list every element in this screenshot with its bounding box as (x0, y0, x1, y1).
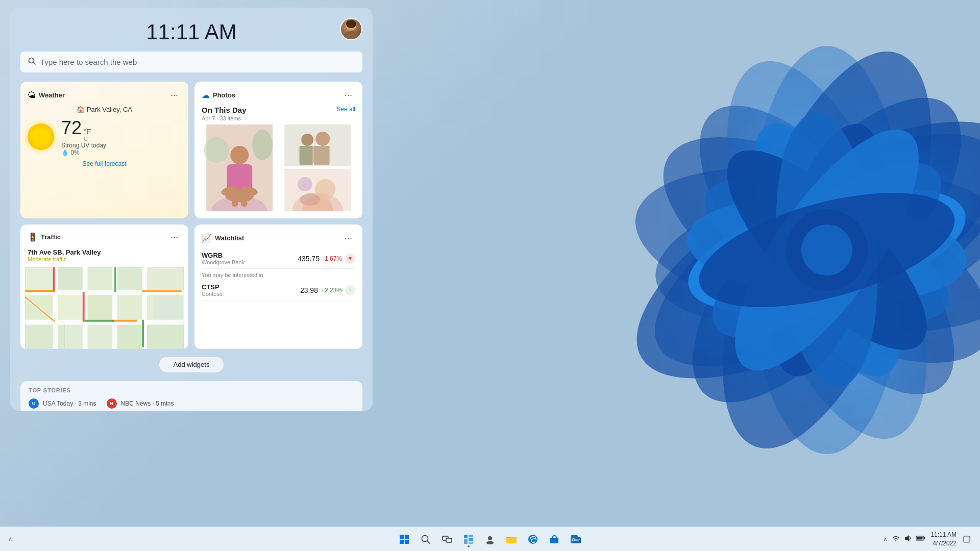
photo-3[interactable] (280, 169, 356, 211)
svg-point-50 (300, 193, 320, 206)
watchlist-interested-label: You may be interested in (202, 269, 355, 280)
taskbar-time: 11:11 AM (930, 531, 957, 539)
watchlist-more-button[interactable]: ··· (341, 232, 355, 244)
svg-rect-63 (65, 322, 114, 349)
taskbar-chevron-left[interactable]: ∧ (8, 536, 12, 542)
top-stories-title: TOP STORIES (29, 387, 354, 393)
notification-button[interactable] (962, 534, 972, 544)
svg-rect-64 (114, 322, 184, 349)
usatoday-icon: U (29, 398, 39, 409)
svg-point-42 (301, 134, 313, 146)
svg-rect-78 (142, 320, 144, 347)
start-button[interactable] (395, 530, 413, 548)
stock-price-col-ctsp: 23.98 +2.23% + (300, 285, 355, 295)
photos-more-button[interactable]: ··· (341, 89, 355, 102)
svg-rect-82 (405, 535, 409, 539)
svg-rect-56 (114, 267, 144, 292)
svg-rect-97 (506, 538, 517, 543)
svg-rect-90 (469, 535, 473, 537)
svg-point-36 (225, 190, 254, 202)
weather-forecast-link[interactable]: See full forecast (28, 160, 181, 167)
chat-button[interactable] (481, 530, 499, 548)
svg-rect-77 (114, 267, 116, 292)
weather-more-button[interactable]: ··· (167, 89, 181, 102)
svg-rect-111 (964, 536, 970, 542)
svg-point-25 (346, 20, 356, 28)
stock-company-wgrb: Woodgrove Bank (202, 259, 244, 265)
stock-ticker-ctsp: CTSP (202, 283, 223, 291)
traffic-street: 7th Ave SB, Park Valley (28, 248, 181, 256)
volume-icon[interactable] (904, 535, 912, 543)
desktop: 11:11 AM Type here to search the web (0, 0, 980, 551)
taskbar-search-button[interactable] (416, 530, 435, 548)
watchlist-widget[interactable]: 📈 Watchlist ··· WGRB Woodgrove Bank 435.… (194, 224, 362, 349)
stock-change-wgrb: -1.67% (323, 255, 342, 262)
stock-badge-wgrb: ▼ (345, 254, 355, 264)
photos-section-title: On This Day (202, 106, 247, 114)
search-bar[interactable]: Type here to search the web (20, 52, 362, 72)
svg-rect-59 (55, 292, 85, 321)
svg-rect-76 (85, 320, 114, 322)
photos-header: ☁ Photos ··· (202, 89, 355, 102)
weather-title: Weather (39, 91, 65, 99)
traffic-widget[interactable]: 🚦 Traffic ··· 7th Ave SB, Park Valley Mo… (20, 224, 188, 349)
svg-rect-74 (112, 320, 137, 322)
edge-button[interactable] (524, 530, 542, 548)
avatar[interactable] (340, 18, 362, 40)
photos-see-all-link[interactable]: See all (336, 106, 355, 113)
weather-f-unit: °F (84, 127, 91, 136)
svg-rect-105 (575, 539, 580, 540)
svg-rect-71 (53, 267, 55, 292)
photos-widget[interactable]: ☁ Photos ··· On This Day Apr 7 · 33 item… (194, 82, 362, 218)
svg-point-0 (600, 72, 980, 428)
traffic-title-wrap: 🚦 Traffic ··· (20, 224, 188, 245)
add-widgets-button[interactable]: Add widgets (159, 356, 225, 373)
svg-rect-92 (464, 539, 468, 544)
usatoday-label: USA Today · 3 mins (43, 400, 96, 407)
top-stories-section: TOP STORIES U USA Today · 3 mins N NBC N… (20, 381, 362, 411)
search-placeholder-text: Type here to search the web (40, 58, 137, 66)
avatar-image (341, 19, 361, 39)
widgets-grid: 🌤 Weather ··· 🏠 Park Valley, CA 72 (20, 82, 362, 349)
taskbar-clock[interactable]: 11:11 AM 4/7/2022 (930, 531, 957, 548)
outlook-button[interactable]: O (567, 530, 585, 548)
svg-rect-91 (469, 538, 473, 541)
traffic-more-button[interactable]: ··· (167, 231, 181, 243)
svg-text:O: O (572, 537, 575, 542)
taskbar-widgets-button[interactable] (459, 530, 478, 548)
weather-location: 🏠 Park Valley, CA (28, 106, 181, 113)
svg-point-9 (622, 89, 980, 411)
svg-point-40 (315, 132, 330, 146)
system-tray-icons: ∧ (883, 535, 925, 543)
news-item-nbc[interactable]: N NBC News · 5 mins (107, 398, 174, 409)
battery-icon[interactable] (916, 535, 925, 543)
weather-precip: 💧 0% (61, 149, 106, 156)
photo-2[interactable] (280, 124, 356, 167)
add-widgets-section: Add widgets (20, 356, 362, 373)
store-button[interactable] (545, 530, 564, 548)
chevron-up-icon[interactable]: ∧ (883, 536, 888, 543)
news-item-usatoday[interactable]: U USA Today · 3 mins (29, 398, 96, 409)
svg-line-27 (33, 62, 35, 64)
photo-1[interactable] (202, 124, 278, 211)
svg-point-12 (723, 104, 930, 396)
stock-row-wgrb[interactable]: WGRB Woodgrove Bank 435.75 -1.67% ▼ (202, 248, 355, 269)
svg-point-3 (748, 46, 906, 454)
svg-rect-81 (400, 535, 404, 539)
photos-grid (202, 124, 355, 211)
file-explorer-button[interactable] (502, 530, 521, 548)
svg-point-19 (688, 170, 967, 330)
task-view-button[interactable] (438, 530, 456, 548)
stock-row-ctsp[interactable]: CTSP Contoso 23.98 +2.23% + (202, 280, 355, 300)
bloom-background (342, 0, 980, 536)
svg-point-37 (204, 137, 229, 163)
search-magnifier-icon (28, 57, 36, 67)
photos-on-this-day-header: On This Day Apr 7 · 33 items See all (202, 106, 355, 121)
wifi-icon[interactable] (892, 535, 900, 543)
svg-point-30 (230, 146, 249, 164)
weather-widget[interactable]: 🌤 Weather ··· 🏠 Park Valley, CA 72 (20, 82, 188, 218)
traffic-status: Moderate traffic (28, 256, 181, 262)
svg-rect-75 (142, 290, 182, 292)
taskbar-left: ∧ (8, 536, 12, 542)
svg-line-86 (427, 541, 430, 543)
